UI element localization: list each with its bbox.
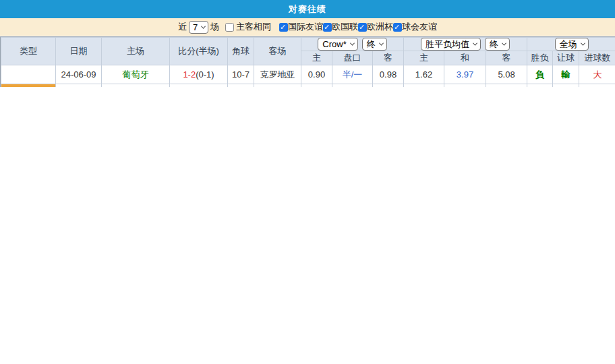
chevron-down-icon	[379, 41, 384, 46]
filter-label-international-friendly: 国际友谊	[288, 21, 323, 33]
scope-value: 全场	[560, 38, 577, 51]
away-team-name: 克罗地亚	[260, 69, 295, 80]
match-count-value: 7	[193, 22, 198, 32]
check-icon: ✓	[324, 22, 330, 32]
filter-label-nations-league: 欧国联	[332, 21, 358, 33]
euro-home-odds: 1.62	[404, 65, 444, 84]
handicap-cell: 半/一	[332, 65, 373, 84]
home-away-same-label: 主客相同	[236, 21, 271, 33]
count-suffix-label: 场	[210, 21, 219, 33]
check-icon: ✓	[359, 22, 365, 32]
asia-odds-time-select[interactable]: 终	[362, 38, 387, 51]
away-team: 克罗地亚	[254, 65, 301, 84]
subheader-euro-draw: 和	[444, 51, 486, 65]
euro-draw-value: 3.97	[457, 69, 473, 80]
filter-checkbox-club-friendly[interactable]: ✓	[393, 23, 402, 32]
table-row: 国际友谊 24-06-09 葡萄牙 1-2(0-1) 10-7 克罗地亚 0.9…	[1, 65, 615, 84]
subheader-asia-home: 主	[301, 51, 332, 65]
subheader-handicap: 盘口	[332, 51, 373, 65]
col-header-home: 主场	[102, 38, 170, 65]
filter-checkbox-euro-cup[interactable]: ✓	[358, 23, 367, 32]
table-selector-row: 类型 日期 主场 比分(半场) 角球 客场 Crow* 终	[1, 38, 615, 51]
result-cell: 負	[527, 65, 553, 84]
asia-odds-source-select[interactable]: Crow*	[318, 38, 357, 51]
subheader-result: 胜负	[527, 51, 553, 65]
euro-odds-selector-cell: 胜平负均值 终	[404, 38, 527, 51]
subheader-euro-away: 客	[486, 51, 527, 65]
home-team: 葡萄牙	[102, 65, 170, 84]
full-time-score: 1-2	[183, 69, 196, 80]
match-date: 24-06-09	[56, 65, 102, 84]
head-to-head-table-wrapper: 类型 日期 主场 比分(半场) 角球 客场 Crow* 终	[0, 36, 615, 87]
asia-odds-selector-cell: Crow* 终	[301, 38, 404, 51]
col-header-away: 客场	[254, 38, 301, 65]
subheader-asia-away: 客	[373, 51, 404, 65]
scope-selector-cell: 全场	[527, 38, 615, 51]
half-time-score: (0-1)	[196, 69, 214, 80]
goals-value: 大	[593, 69, 602, 80]
check-icon: ✓	[280, 22, 286, 32]
filter-checkbox-international-friendly[interactable]: ✓	[279, 23, 288, 32]
euro-odds-time-select[interactable]: 终	[485, 38, 510, 51]
asia-odds-time-value: 终	[367, 38, 376, 51]
euro-odds-source-value: 胜平负均值	[426, 38, 469, 51]
partial-type-cell	[1, 84, 56, 87]
head-to-head-panel: 对赛往绩 近 7 场 主客相同 ✓ 国际友谊 ✓ 欧国联 ✓ 欧洲杯 ✓ 球会友…	[0, 0, 615, 364]
score-cell: 1-2(0-1)	[170, 65, 228, 84]
col-header-score: 比分(半场)	[170, 38, 228, 65]
subheader-handicap-result: 让球	[553, 51, 579, 65]
match-type-cell[interactable]: 国际友谊	[1, 65, 56, 84]
chevron-down-icon	[473, 41, 477, 46]
match-count-select[interactable]: 7	[189, 21, 208, 34]
head-to-head-table: 类型 日期 主场 比分(半场) 角球 客场 Crow* 终	[1, 37, 615, 87]
filter-label-euro-cup: 欧洲杯	[367, 21, 393, 33]
col-header-corners: 角球	[228, 38, 254, 65]
filter-checkbox-nations-league[interactable]: ✓	[323, 23, 332, 32]
euro-odds-source-select[interactable]: 胜平负均值	[421, 38, 481, 51]
check-icon: ✓	[394, 22, 400, 32]
handicap-result-value: 輸	[562, 69, 570, 80]
scope-select[interactable]: 全场	[555, 38, 589, 51]
filter-bar: 近 7 场 主客相同 ✓ 国际友谊 ✓ 欧国联 ✓ 欧洲杯 ✓ 球会友谊	[0, 18, 615, 36]
home-team-name: 葡萄牙	[123, 69, 149, 80]
chevron-down-icon	[502, 41, 506, 46]
asia-home-odds: 0.90	[301, 65, 332, 84]
corners-cell: 10-7	[228, 65, 254, 84]
col-header-date: 日期	[56, 38, 102, 65]
euro-away-odds: 5.08	[486, 65, 527, 84]
subheader-goals: 进球数	[579, 51, 615, 65]
asia-odds-source-value: Crow*	[322, 39, 346, 49]
euro-draw-odds: 3.97	[444, 65, 486, 84]
chevron-down-icon	[350, 41, 355, 46]
near-label: 近	[178, 21, 187, 33]
goals-cell: 大	[579, 65, 615, 84]
chevron-down-icon	[581, 41, 585, 46]
result-value: 負	[535, 69, 544, 80]
subheader-euro-home: 主	[404, 51, 444, 65]
asia-away-odds: 0.98	[373, 65, 404, 84]
euro-odds-time-value: 终	[490, 38, 498, 51]
handicap-result-cell: 輸	[553, 65, 579, 84]
page-title: 对赛往绩	[289, 3, 326, 16]
panel-title-bar: 对赛往绩	[0, 0, 615, 18]
handicap-value: 半/一	[343, 69, 363, 80]
chevron-down-icon	[201, 24, 206, 28]
filter-label-club-friendly: 球会友谊	[402, 21, 437, 33]
col-header-type: 类型	[1, 38, 56, 65]
partial-next-row	[1, 84, 615, 87]
home-away-same-checkbox[interactable]	[225, 23, 234, 32]
